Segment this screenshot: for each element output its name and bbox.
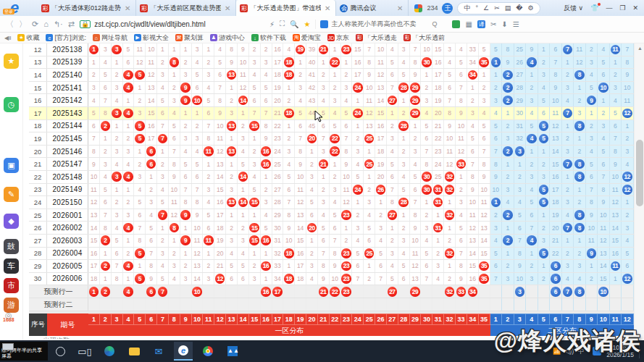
minimize-button[interactable]: — bbox=[606, 4, 612, 12]
drum-app-icon[interactable]: 鼓 bbox=[4, 239, 19, 254]
menu-icon[interactable]: ☰ bbox=[513, 20, 519, 28]
pill-tool-icon[interactable]: � bbox=[516, 4, 522, 12]
tray-icon[interactable]: 中 bbox=[577, 348, 584, 355]
tray-icons[interactable]: 📶◁))中 bbox=[553, 347, 587, 356]
mail-icon[interactable]: ✉ bbox=[149, 342, 168, 361]
feedback-button[interactable]: 反馈 ∨ bbox=[564, 4, 583, 13]
wallet-icon[interactable] bbox=[452, 20, 460, 28]
download-icon[interactable]: ⬇ bbox=[501, 20, 507, 28]
meeting-tray-icon[interactable] bbox=[593, 347, 601, 355]
browser-tab[interactable]: 彩「大乐透走势图」带连线✕ bbox=[236, 0, 336, 16]
miss-count: 15 bbox=[552, 161, 559, 168]
bookmark-item[interactable]: JD京东 bbox=[327, 33, 349, 43]
zoom-page-icon[interactable]: 🔍 bbox=[290, 20, 298, 28]
pill-tool-icon[interactable]: ✂ bbox=[494, 4, 500, 12]
task-view-icon[interactable]: ▭▯ bbox=[75, 342, 94, 361]
bookmark-item[interactable]: 聚聚划算 bbox=[175, 33, 204, 43]
screen-share-indicator[interactable]: 练习两年半的共享屏幕 bbox=[0, 342, 48, 361]
miss-count: 5 bbox=[104, 186, 107, 193]
scrollbar-thumb[interactable] bbox=[636, 140, 643, 206]
miss-count: 4 bbox=[161, 186, 164, 193]
tab-close-icon[interactable]: ✕ bbox=[223, 4, 232, 12]
miss-count: 4 bbox=[402, 59, 406, 66]
trend-cell: 9 bbox=[192, 209, 204, 222]
bookmark-favicon: 彩 bbox=[356, 34, 363, 41]
tab-close-icon[interactable]: ✕ bbox=[323, 4, 332, 12]
lightning-icon[interactable]: ⚡ bbox=[269, 20, 275, 28]
blue-ball: 8 bbox=[574, 172, 585, 182]
gamepad-app-icon[interactable]: ◆ bbox=[4, 214, 19, 229]
browser-logo[interactable]: e 登录 bbox=[0, 0, 38, 16]
refresh-button[interactable]: ⟳ bbox=[32, 20, 38, 29]
trend-cell: 25 bbox=[272, 158, 284, 170]
qq-browser-icon[interactable]: e bbox=[174, 342, 193, 361]
login-badge[interactable]: 登录 bbox=[3, 9, 14, 14]
row-period: 2026006 bbox=[47, 273, 88, 285]
user-avatar[interactable]: 王 bbox=[442, 3, 453, 14]
bookmark-item[interactable]: 彩「大乐透走 bbox=[356, 33, 397, 43]
bookmark-item[interactable]: 彩「大乐透前 bbox=[403, 33, 445, 43]
translate-icon[interactable]: 译 bbox=[477, 20, 485, 28]
briefcase-app-icon[interactable]: ▣ bbox=[4, 158, 19, 173]
apps-grid-icon[interactable]: ▦ bbox=[465, 20, 472, 28]
trend-cell: 2 bbox=[502, 171, 514, 183]
racing-app-icon[interactable]: 车 bbox=[4, 258, 19, 274]
tab-close-icon[interactable]: ✕ bbox=[123, 4, 132, 12]
bookmark-item[interactable]: ↓软件下载 bbox=[251, 33, 286, 43]
favorite-star-icon[interactable]: ★ bbox=[304, 20, 311, 28]
search-hotword[interactable]: 主人称装死小羊再高价也不卖 bbox=[331, 20, 416, 29]
trend-cell: 7 bbox=[610, 132, 622, 145]
bookmark-label: [官方]浏览: bbox=[54, 33, 86, 43]
pill-tool-icon[interactable]: ▤ bbox=[505, 4, 511, 12]
search-icon[interactable]: Q bbox=[432, 20, 437, 28]
url-text[interactable]: zst.cjcp.cn/cjwdlt/view/dltjiben.html bbox=[94, 20, 205, 28]
forward-button[interactable]: 〉 bbox=[19, 19, 27, 30]
close-button[interactable]: ✕ bbox=[632, 4, 638, 12]
search-circle-icon[interactable] bbox=[51, 342, 70, 361]
miss-count: 4 bbox=[494, 237, 498, 244]
show-desktop-divider[interactable] bbox=[639, 344, 640, 358]
game2-app-icon[interactable]: 游 bbox=[4, 298, 19, 313]
browser-tab[interactable]: 彩「大乐透体彩012路走势✕ bbox=[38, 0, 136, 16]
address-bar[interactable]: 🔒 zst.cjcp.cn/cjwdlt/view/dltjiben.html bbox=[80, 18, 264, 30]
pill-tool-icon[interactable]: ° bbox=[475, 4, 478, 12]
tab-close-icon[interactable]: ✕ bbox=[396, 4, 404, 12]
market-app-icon[interactable]: 市 bbox=[4, 278, 19, 293]
taskbar-clock[interactable]: 10:392026/1/15 bbox=[606, 344, 634, 358]
bookmark-item[interactable]: e[官方]浏览: bbox=[46, 33, 86, 43]
photos-icon[interactable]: ▲▲ bbox=[223, 342, 242, 361]
maximize-button[interactable]: ❐ bbox=[619, 4, 625, 12]
scroll-up-icon[interactable]: ▲ bbox=[637, 46, 643, 51]
scissors-icon[interactable]: ✂ bbox=[490, 20, 496, 28]
screenshot-icon[interactable]: ⛶ bbox=[280, 20, 285, 28]
pill-tool-icon[interactable]: 中 bbox=[464, 4, 470, 13]
wardrobe-icon[interactable]: 👕 bbox=[590, 4, 598, 12]
search-box[interactable]: 主人称装死小羊再高价也不卖 Q bbox=[315, 20, 437, 29]
miss-count: 12 bbox=[193, 250, 200, 257]
home-button[interactable]: ⌂ bbox=[43, 20, 49, 28]
recent-button[interactable]: ↰· bbox=[54, 20, 63, 29]
edge-icon[interactable] bbox=[100, 342, 119, 361]
reading-list-button[interactable]: ⇄ bbox=[68, 20, 75, 29]
tray-icon[interactable]: 📶 bbox=[553, 348, 561, 355]
scrollbar[interactable]: ▲ bbox=[634, 43, 644, 340]
browser-tab[interactable]: 彩「大乐透前区尾数走势图✕ bbox=[136, 0, 236, 16]
chrome-icon[interactable] bbox=[198, 342, 217, 361]
bookmark-item[interactable]: ⌂网址导航 bbox=[93, 33, 127, 43]
pen-app-icon[interactable]: ✎ bbox=[4, 187, 19, 202]
trend-cell: 15 bbox=[214, 184, 226, 196]
speed-dial-icon[interactable] bbox=[414, 4, 422, 12]
collapse-sidebar-icon[interactable]: ◀‖ bbox=[4, 35, 11, 41]
bookmark-item[interactable]: ★收藏 bbox=[17, 33, 39, 43]
star-app-icon[interactable]: ★ bbox=[4, 54, 19, 69]
bookmark-item[interactable]: 淘爱淘宝 bbox=[293, 33, 321, 43]
file-explorer-icon[interactable] bbox=[125, 342, 143, 361]
browser-tab[interactable]: 会腾讯会议✕ bbox=[336, 0, 409, 16]
tray-icon[interactable]: ◁)) bbox=[564, 348, 574, 355]
bookmark-item[interactable]: ♟游戏中心 bbox=[210, 33, 245, 43]
pill-tool-icon[interactable]: ⚙ bbox=[527, 4, 533, 12]
pill-tool-icon[interactable]: ∠ bbox=[483, 4, 489, 12]
back-button[interactable]: 〈 bbox=[6, 19, 14, 30]
bookmark-item[interactable]: ▶影视大全 bbox=[134, 33, 169, 43]
clock-app-icon[interactable]: ◷ bbox=[4, 97, 19, 112]
